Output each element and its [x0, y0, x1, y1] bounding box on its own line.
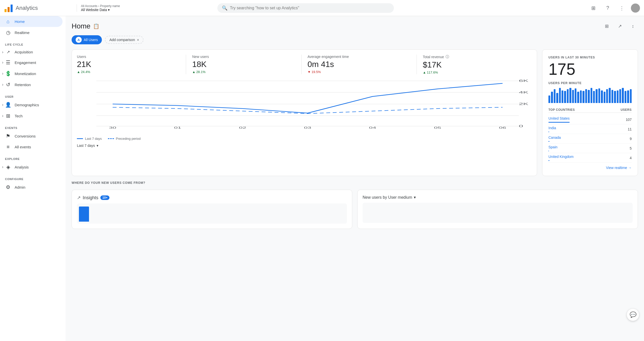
svg-text:0: 0 [519, 124, 523, 128]
insights-header: ↗ Insights 10+ [77, 195, 347, 200]
country-name: United States [548, 116, 570, 123]
insights-trend-icon: ↗ [77, 195, 81, 200]
bar-chart-bar [551, 92, 553, 103]
sidebar-item-realtime[interactable]: ◷ Realtime [0, 27, 63, 38]
countries-header: TOP COUNTRIES USERS [548, 108, 632, 113]
sidebar-item-tech[interactable]: ⊞ Tech [0, 110, 63, 121]
new-users-dropdown-icon[interactable]: ▾ [414, 195, 416, 200]
user-avatar[interactable] [631, 4, 640, 13]
realtime-section-label: USERS IN LAST 30 MINUTES [548, 56, 632, 59]
sidebar-item-home[interactable]: ⌂ Home [0, 16, 63, 27]
metric-users-pct: 24.4% [81, 70, 90, 74]
country-bar [548, 122, 570, 123]
metric-new-users-label: New users [192, 55, 295, 59]
share-button[interactable]: ↗ [615, 21, 625, 31]
country-count: 5 [630, 146, 632, 150]
section-lifecycle: LIFE CYCLE [0, 40, 66, 47]
insights-badge: 10+ [100, 195, 109, 200]
comparison-button[interactable]: ↕ [628, 21, 638, 31]
chart-area: 6K 4K 2K 0 30 Sep 01 Oct 02 03 04 05 06 [77, 78, 532, 134]
bar-chart-bar [619, 89, 621, 103]
country-name-text: India [548, 126, 556, 130]
bar-chart-bar [554, 89, 555, 103]
search-bar[interactable]: 🔍 [217, 3, 394, 13]
logo-area: Analytics [4, 4, 75, 13]
app-title: Analytics [16, 5, 38, 11]
country-count: 107 [626, 118, 632, 122]
analysis-icon: ◈ [5, 164, 11, 170]
svg-text:04: 04 [369, 126, 376, 129]
bar-chart-bar [593, 91, 595, 103]
bottom-section: WHERE DO YOUR NEW USERS COME FROM? ↗ Ins… [72, 181, 638, 229]
bar-chart-bar [580, 90, 582, 103]
sidebar-item-engagement[interactable]: ☰ Engagement [0, 57, 63, 68]
bar-chart-bar [630, 89, 632, 103]
conversions-icon: ⚑ [5, 133, 11, 139]
metric-engagement: Average engagement time 0m 41s ▼ 19.5% [301, 55, 417, 74]
admin-icon: ⚙ [5, 184, 11, 190]
sidebar-item-monetization[interactable]: 💲 Monetization [0, 68, 63, 79]
bar-chart-bar [604, 92, 605, 103]
sidebar-label-monetization: Monetization [15, 72, 36, 76]
view-realtime-link[interactable]: View realtime → [548, 166, 632, 170]
sidebar-item-retention[interactable]: ↺ Retention [0, 79, 63, 90]
view-realtime-label: View realtime → [606, 166, 632, 170]
insights-bar [79, 207, 89, 222]
sidebar-item-demographics[interactable]: 👤 Demographics [0, 99, 63, 110]
info-icon[interactable]: ⓘ [446, 55, 449, 59]
metrics-row: Users 21K ▲ 24.4% New users 18K ▲ 28.1% [77, 55, 532, 74]
sidebar-item-admin[interactable]: ⚙ Admin [0, 182, 63, 193]
page-title-area: Home 📋 [72, 22, 99, 30]
more-options-button[interactable]: ⋮ [617, 3, 627, 13]
sidebar-item-conversions[interactable]: ⚑ Conversions [0, 130, 63, 142]
legend-line-solid [77, 138, 83, 139]
bar-chart-bar [556, 93, 558, 103]
chat-icon: 💬 [630, 312, 636, 318]
header-actions: ⊞ ↗ ↕ [602, 21, 638, 31]
monetization-icon: 💲 [5, 71, 11, 77]
realtime-card: USERS IN LAST 30 MINUTES 175 USERS PER M… [542, 49, 638, 176]
svg-text:05: 05 [434, 126, 441, 129]
all-users-filter[interactable]: A All Users [72, 35, 102, 44]
add-comparison-button[interactable]: Add comparison + [105, 36, 143, 44]
main-chart-card: Users 21K ▲ 24.4% New users 18K ▲ 28.1% [72, 49, 537, 176]
grid-icon-button[interactable]: ⊞ [589, 3, 599, 13]
metric-users-value: 21K [77, 60, 180, 69]
country-row: Spain 5 [548, 144, 632, 153]
bar-chart-bar [582, 91, 584, 103]
svg-text:6K: 6K [519, 79, 528, 82]
help-icon-button[interactable]: ? [603, 3, 613, 13]
svg-text:06: 06 [499, 126, 506, 129]
filter-row: A All Users Add comparison + [72, 35, 638, 44]
sidebar-item-analysis[interactable]: ◈ Analysis [0, 161, 63, 173]
bar-chart-bar [575, 88, 576, 103]
svg-text:2K: 2K [519, 102, 528, 106]
users-col-label: USERS [621, 108, 632, 112]
user-avatar-chip: A [76, 37, 82, 43]
metric-new-users: New users 18K ▲ 28.1% [186, 55, 301, 74]
legend-preceding-label: Preceding period [116, 137, 141, 141]
bar-chart-bar [588, 90, 590, 103]
svg-text:01: 01 [174, 126, 181, 129]
add-comparison-icon: + [137, 38, 139, 42]
sidebar-item-allevents[interactable]: ≡ All events [0, 142, 63, 152]
search-input[interactable] [230, 6, 389, 10]
sidebar-label-acquisition: Acquisition [15, 50, 33, 54]
metric-engagement-value: 0m 41s [308, 60, 411, 69]
bar-chart-bar [567, 89, 569, 103]
property-dropdown[interactable]: All Website Data ▾ [81, 8, 120, 12]
date-filter[interactable]: Last 7 days ▾ [77, 144, 532, 148]
page-bookmark-icon[interactable]: 📋 [93, 23, 99, 29]
bar-chart-bar [564, 91, 566, 103]
svg-text:4K: 4K [519, 91, 528, 94]
customize-button[interactable]: ⊞ [602, 21, 612, 31]
section-configure: CONFIGURE [0, 175, 66, 182]
metric-new-users-value: 18K [192, 60, 295, 69]
sidebar-label-demographics: Demographics [15, 103, 39, 107]
svg-rect-0 [5, 9, 7, 12]
sidebar-label-engagement: Engagement [15, 60, 36, 65]
chat-fab[interactable]: 💬 [627, 309, 639, 321]
sidebar-item-acquisition[interactable]: ↗ Acquisition [0, 47, 63, 57]
dropdown-arrow-icon: ▾ [108, 8, 110, 12]
dashboard-grid: Users 21K ▲ 24.4% New users 18K ▲ 28.1% [72, 49, 638, 176]
